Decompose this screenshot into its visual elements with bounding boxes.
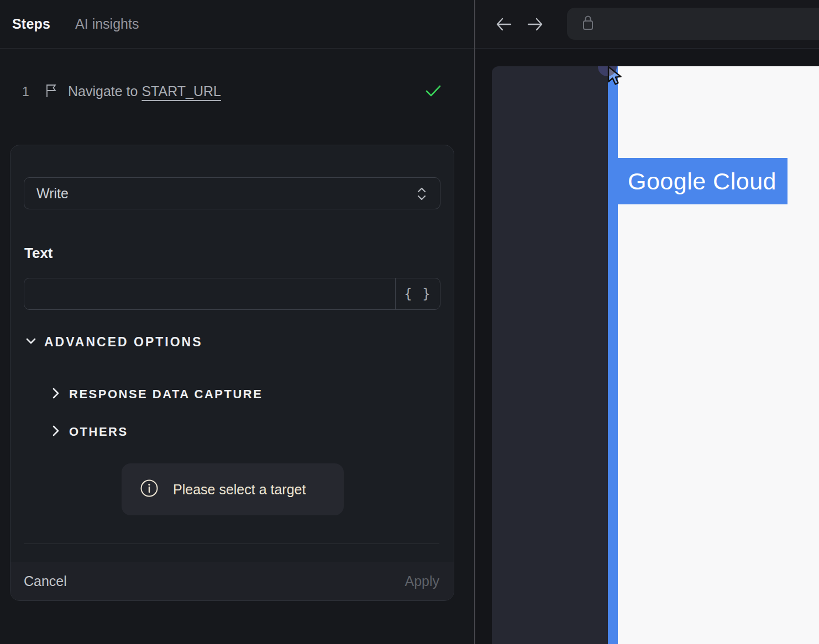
step-number: 1 [22, 85, 29, 99]
cursor-icon [606, 66, 629, 92]
advanced-options-label: ADVANCED OPTIONS [44, 335, 203, 350]
response-data-capture-toggle[interactable]: RESPONSE DATA CAPTURE [50, 386, 262, 403]
text-input[interactable] [24, 278, 395, 309]
text-field-label: Text [24, 245, 53, 262]
back-arrow-icon[interactable] [494, 15, 514, 35]
info-icon [140, 479, 159, 500]
action-type-select[interactable]: Write [24, 177, 440, 209]
chevron-down-icon [24, 334, 38, 350]
action-type-value: Write [36, 186, 69, 202]
flag-icon [44, 83, 59, 101]
others-label: OTHERS [69, 425, 128, 439]
page-banner-text: Google Cloud [628, 168, 776, 195]
cancel-button[interactable]: Cancel [24, 573, 67, 589]
step-row[interactable]: 1 Navigate to START_URL [0, 77, 474, 108]
step-editor-card: Write Text { } ADVANCED OPTIONS [10, 145, 454, 601]
lock-icon [581, 14, 595, 33]
text-input-group: { } [24, 278, 440, 310]
hint-text: Please select a target [173, 482, 306, 498]
unfold-chevrons-icon [416, 186, 428, 204]
others-toggle[interactable]: OTHERS [50, 424, 128, 440]
chevron-right-icon [50, 386, 61, 403]
steps-panel: Steps AI insights 1 Navigate to START_UR… [0, 0, 474, 644]
browser-preview-panel: Google Cloud [475, 0, 819, 644]
step-description[interactable]: Navigate to START_URL [68, 83, 221, 99]
browser-toolbar [475, 0, 819, 49]
success-check-icon [424, 83, 442, 101]
chevron-right-icon [50, 424, 61, 440]
selected-element-highlight[interactable]: Google Cloud [617, 158, 788, 204]
tab-ai-insights[interactable]: AI insights [75, 16, 139, 32]
advanced-options-toggle[interactable]: ADVANCED OPTIONS [24, 334, 203, 350]
page-dark-sidebar [492, 66, 608, 644]
url-bar[interactable] [567, 8, 819, 40]
editor-footer: Cancel Apply [11, 562, 454, 600]
insert-variable-button[interactable]: { } [395, 278, 440, 309]
panel-header: Steps AI insights [0, 0, 474, 49]
select-target-hint: Please select a target [122, 463, 344, 515]
forward-arrow-icon[interactable] [525, 15, 545, 35]
response-data-capture-label: RESPONSE DATA CAPTURE [69, 387, 262, 402]
page-content-area [618, 66, 819, 644]
apply-button[interactable]: Apply [405, 573, 439, 589]
footer-divider [24, 543, 439, 544]
page-viewport[interactable]: Google Cloud [492, 66, 819, 644]
selection-highlight-stripe [608, 66, 618, 644]
step-target-link: START_URL [141, 83, 221, 99]
tab-steps[interactable]: Steps [12, 16, 50, 32]
